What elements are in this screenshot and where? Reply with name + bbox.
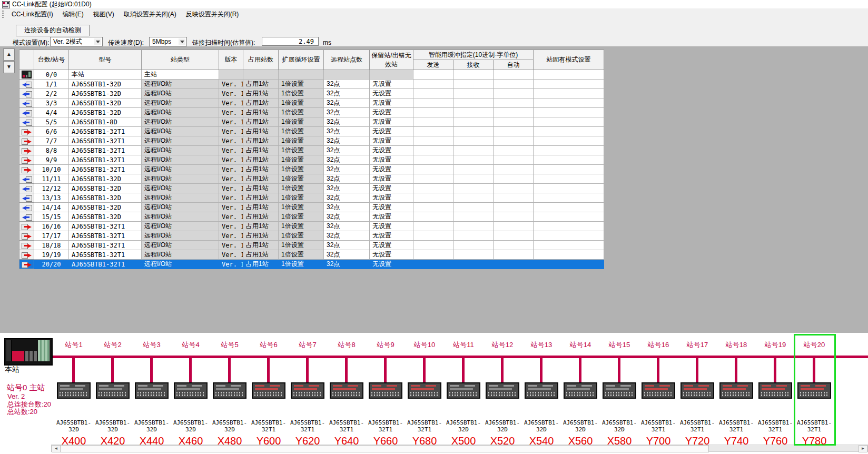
cell-count-station[interactable]: 7/7 [34, 136, 69, 146]
remote-io-device-icon[interactable] [135, 382, 169, 399]
cell-version[interactable]: Ver. 1 [219, 203, 243, 212]
table-row[interactable]: 4/4AJ65SBTB1-32D远程I/O站Ver. 1占用1站1倍设置32点无… [19, 108, 604, 117]
cell-count-station[interactable]: 6/6 [34, 127, 69, 136]
cell-model[interactable]: AJ65SBTB1-32T1 [69, 231, 142, 241]
cell-occupied[interactable]: 占用1站 [243, 80, 279, 89]
menu-cclink-config[interactable]: CC-Link配置(I) [7, 8, 58, 21]
station-column[interactable]: 站号18AJ65SBTB1-32T1Y740 [717, 339, 756, 451]
cell-occupied[interactable]: 占用1站 [243, 127, 279, 136]
cell-version[interactable]: Ver. 1 [219, 117, 243, 127]
station-column[interactable]: 站号1AJ65SBTB1-32DX400 [54, 339, 93, 451]
cell-count-station[interactable]: 8/8 [34, 146, 69, 155]
cell-expanded-cyclic[interactable]: 1倍设置 [279, 203, 324, 212]
station-column[interactable]: 站号16AJ65SBTB1-32T1Y700 [639, 339, 678, 451]
table-row[interactable]: 11/11AJ65SBTB1-32D远程I/O站Ver. 1占用1站1倍设置32… [19, 174, 604, 184]
station-column[interactable]: 站号9AJ65SBTB1-32T1Y660 [366, 339, 405, 451]
cell-model[interactable]: AJ65SBTB1-32T1 [69, 222, 142, 231]
station-column[interactable]: 站号10AJ65SBTB1-32T1Y680 [405, 339, 444, 451]
remote-io-device-icon[interactable] [408, 382, 441, 399]
cell-intrinsic-mode[interactable] [534, 241, 604, 250]
cell-intrinsic-mode[interactable] [534, 108, 604, 117]
station-column[interactable]: 站号11AJ65SBTB1-32DX500 [444, 339, 483, 451]
cell-expanded-cyclic[interactable]: 1倍设置 [279, 108, 324, 117]
cell-expanded-cyclic[interactable]: 1倍设置 [279, 250, 324, 260]
cell-auto[interactable] [494, 98, 534, 108]
cell-intrinsic-mode[interactable] [534, 193, 604, 203]
table-row[interactable]: 19/19AJ65SBTB1-32T1远程I/O站Ver. 1占用1站1倍设置3… [19, 250, 604, 260]
remote-io-device-icon[interactable] [680, 382, 714, 399]
cell-remote-points[interactable]: 32点 [324, 231, 370, 241]
cell-model[interactable]: AJ65SBTB1-32T1 [69, 146, 142, 155]
remote-io-device-icon[interactable] [96, 382, 130, 399]
cell-version[interactable]: Ver. 1 [219, 250, 243, 260]
menu-view[interactable]: 视图(V) [88, 8, 119, 21]
cell-count-station[interactable]: 10/10 [34, 165, 69, 174]
cell-send[interactable] [413, 231, 453, 241]
cell-reserve-station[interactable]: 无设置 [370, 146, 413, 155]
cell-remote-points[interactable]: 32点 [324, 260, 370, 269]
remote-io-device-icon[interactable] [642, 382, 675, 399]
cell-reserve-station[interactable]: 无设置 [370, 80, 413, 89]
remote-io-device-icon[interactable] [486, 382, 519, 399]
station-column[interactable]: 站号2AJ65SBTB1-32DX420 [93, 339, 132, 451]
cell-occupied[interactable]: 占用1站 [243, 117, 279, 127]
cell-occupied[interactable]: 占用1站 [243, 231, 279, 241]
cell-expanded-cyclic[interactable]: 1倍设置 [279, 155, 324, 165]
table-row[interactable]: 15/15AJ65SBTB1-32D远程I/O站Ver. 1占用1站1倍设置32… [19, 212, 604, 222]
cell-remote-points[interactable]: 32点 [324, 136, 370, 146]
station-column[interactable]: 站号17AJ65SBTB1-32T1Y720 [678, 339, 717, 451]
cell-remote-points[interactable]: 32点 [324, 193, 370, 203]
cell-version[interactable]: Ver. 1 [219, 80, 243, 89]
cell-send[interactable] [413, 184, 453, 193]
cell-station-type[interactable]: 远程I/O站 [142, 80, 219, 89]
cell-auto[interactable] [494, 241, 534, 250]
cell-occupied[interactable]: 占用1站 [243, 98, 279, 108]
remote-io-device-icon[interactable] [252, 382, 285, 399]
cell-occupied[interactable]: 占用1站 [243, 184, 279, 193]
cell-station-type[interactable]: 远程I/O站 [142, 250, 219, 260]
cell-occupied[interactable]: 占用1站 [243, 250, 279, 260]
cell-model[interactable]: AJ65SBTB1-32D [69, 203, 142, 212]
cell-count-station[interactable]: 9/9 [34, 155, 69, 165]
cell-auto[interactable] [494, 127, 534, 136]
cell-send[interactable] [413, 212, 453, 222]
cell-reserve-station[interactable]: 无设置 [370, 260, 413, 269]
cell-remote-points[interactable]: 32点 [324, 165, 370, 174]
cell-remote-points[interactable]: 32点 [324, 80, 370, 89]
cell-auto[interactable] [494, 117, 534, 127]
cell-version[interactable]: Ver. 1 [219, 184, 243, 193]
cell-occupied[interactable] [243, 70, 279, 80]
cell-expanded-cyclic[interactable]: 1倍设置 [279, 98, 324, 108]
cell-remote-points[interactable]: 32点 [324, 127, 370, 136]
cell-station-type[interactable]: 远程I/O站 [142, 203, 219, 212]
cell-occupied[interactable]: 占用1站 [243, 146, 279, 155]
cell-occupied[interactable]: 占用1站 [243, 260, 279, 269]
table-row[interactable]: 20/20AJ65SBTB1-32T1远程I/O站Ver. 1占用1站1倍设置3… [19, 260, 604, 269]
cell-send[interactable] [413, 146, 453, 155]
cell-reserve-station[interactable] [370, 70, 413, 80]
cell-reserve-station[interactable]: 无设置 [370, 193, 413, 203]
table-row[interactable]: 7/7AJ65SBTB1-32T1远程I/O站Ver. 1占用1站1倍设置32点… [19, 136, 604, 146]
cell-reserve-station[interactable]: 无设置 [370, 222, 413, 231]
cell-count-station[interactable]: 5/5 [34, 117, 69, 127]
master-plc-icon[interactable] [4, 338, 53, 366]
cell-model[interactable]: AJ65SBTB1-32T1 [69, 127, 142, 136]
cell-station-type[interactable]: 远程I/O站 [142, 222, 219, 231]
remote-io-device-icon[interactable] [57, 382, 91, 399]
cell-auto[interactable] [494, 108, 534, 117]
cell-model[interactable]: 本站 [69, 70, 142, 80]
cell-expanded-cyclic[interactable]: 1倍设置 [279, 222, 324, 231]
cell-model[interactable]: AJ65SBTB1-32D [69, 89, 142, 98]
cell-receive[interactable] [453, 155, 494, 165]
cell-reserve-station[interactable]: 无设置 [370, 241, 413, 250]
cell-send[interactable] [413, 222, 453, 231]
cell-remote-points[interactable]: 32点 [324, 98, 370, 108]
table-row[interactable]: 2/2AJ65SBTB1-32D远程I/O站Ver. 1占用1站1倍设置32点无… [19, 89, 604, 98]
station-column[interactable]: 站号3AJ65SBTB1-32DX440 [132, 339, 171, 451]
table-row[interactable]: 8/8AJ65SBTB1-32T1远程I/O站Ver. 1占用1站1倍设置32点… [19, 146, 604, 155]
cell-count-station[interactable]: 11/11 [34, 174, 69, 184]
cell-occupied[interactable]: 占用1站 [243, 222, 279, 231]
station-column[interactable]: 站号5AJ65SBTB1-32DX480 [210, 339, 249, 451]
station-column[interactable]: 站号6AJ65SBTB1-32T1Y600 [249, 339, 288, 451]
cell-expanded-cyclic[interactable]: 1倍设置 [279, 117, 324, 127]
